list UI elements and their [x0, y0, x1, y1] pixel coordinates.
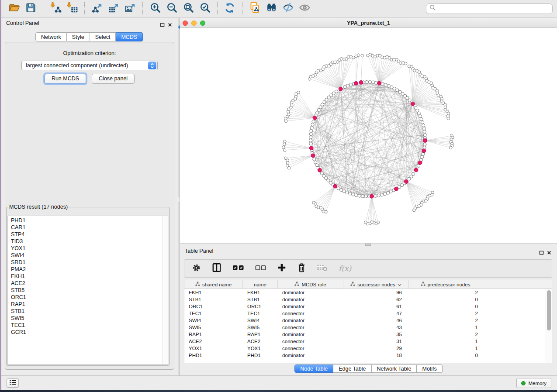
show-columns-button[interactable] [212, 263, 221, 274]
result-node[interactable]: TID3 [8, 238, 162, 245]
result-node[interactable]: CAR1 [8, 224, 162, 231]
table-row[interactable]: ACE2ACE2connector311 [184, 338, 546, 345]
tab-network[interactable]: Network [35, 32, 67, 41]
network-graph[interactable] [180, 28, 557, 244]
export-image-button[interactable] [123, 2, 138, 16]
result-node[interactable]: YOX1 [8, 245, 162, 252]
table-row[interactable]: RAP1RAP1dominator352 [184, 331, 546, 338]
deselect-all-icon [255, 265, 266, 273]
tab-network-table[interactable]: Network Table [372, 364, 417, 373]
delete-row-button[interactable] [298, 263, 306, 274]
mcds-result-list[interactable]: PHD1CAR1STP4TID3YOX1SWI4SRD1PMA2FKH1ACE2… [7, 216, 168, 364]
close-panel-icon[interactable] [547, 249, 551, 257]
export-table-icon [108, 2, 120, 15]
tab-node-table[interactable]: Node Table [294, 364, 333, 373]
control-panel-tabs: NetworkStyleSelectMCDS [35, 32, 143, 41]
table-scrollbar-thumb[interactable] [547, 290, 551, 330]
result-node[interactable]: SWI5 [8, 315, 162, 322]
tab-select[interactable]: Select [90, 32, 116, 41]
show-panels-button[interactable] [7, 378, 19, 388]
export-table-button[interactable] [106, 2, 121, 16]
select-all-button[interactable] [232, 264, 244, 273]
column-header-predecessor-nodes[interactable]: predecessor nodes [409, 280, 482, 289]
result-node[interactable]: SRD1 [8, 259, 162, 266]
close-panel-icon[interactable] [168, 21, 172, 29]
tab-style[interactable]: Style [67, 32, 90, 41]
save-session-button[interactable] [23, 2, 38, 16]
network-search-field[interactable] [426, 3, 553, 14]
memory-button[interactable]: Memory [516, 378, 551, 388]
close-panel-button[interactable]: Close panel [92, 74, 135, 84]
import-network-button[interactable] [48, 2, 63, 16]
zoom-fit-icon [183, 2, 194, 15]
result-node[interactable]: FKH1 [8, 273, 162, 280]
table-row[interactable]: SWI4SWI4dominator462 [184, 317, 546, 324]
deselect-all-button[interactable] [255, 265, 266, 273]
table-row[interactable]: TEC1TEC1connector472 [184, 310, 546, 317]
column-header-shared-name[interactable]: shared name [184, 280, 243, 289]
copy-network-icon [249, 2, 261, 15]
float-panel-icon[interactable] [160, 21, 165, 29]
cell-successor-nodes: 18 [343, 352, 409, 359]
export-network-button[interactable] [90, 2, 104, 16]
run-mcds-button[interactable]: Run MCDS [45, 74, 86, 84]
float-panel-icon[interactable] [539, 249, 544, 257]
import-table-icon [66, 2, 78, 15]
table-row[interactable]: ORC1ORC1dominator610 [184, 303, 546, 310]
open-session-button[interactable] [7, 2, 21, 16]
zoom-out-button[interactable] [164, 2, 179, 16]
import-table-button[interactable] [65, 2, 80, 16]
result-node[interactable]: PHD1 [8, 217, 162, 224]
result-node[interactable]: TEC1 [8, 322, 162, 329]
main-area: Control Panel NetworkStyleSelectMCDS Opt… [1, 18, 557, 375]
settings-gear-icon [192, 263, 201, 274]
zoom-fit-button[interactable] [181, 2, 196, 16]
right-area: YPA_prune.txt_1 Table Panel f(x) sha [180, 18, 557, 375]
result-node[interactable]: ORC1 [8, 294, 162, 301]
result-node[interactable]: RAP1 [8, 301, 162, 308]
import-network-icon [50, 2, 62, 15]
tab-edge-table[interactable]: Edge Table [333, 364, 371, 373]
table-row[interactable]: YOX1YOX1connector291 [184, 345, 546, 352]
cell-MCDS-role: dominator [278, 331, 343, 338]
column-header-MCDS-role[interactable]: MCDS role [278, 280, 343, 289]
cell-MCDS-role: dominator [278, 289, 343, 296]
table-scrollbar[interactable] [546, 289, 552, 363]
add-row-button[interactable] [277, 263, 287, 274]
network-view-window: YPA_prune.txt_1 [180, 18, 557, 244]
zoom-in-button[interactable] [148, 2, 163, 16]
search-input[interactable] [438, 4, 549, 13]
column-type-icon [350, 282, 355, 287]
cell-name: STB1 [243, 296, 278, 303]
result-node[interactable]: STB5 [8, 287, 162, 294]
column-header-name[interactable]: name [243, 280, 278, 289]
search-network-button[interactable] [264, 2, 279, 16]
table-row[interactable]: STB1STB1dominator620 [184, 296, 546, 303]
tab-mcds[interactable]: MCDS [116, 32, 143, 41]
mcds-result-scrollbar[interactable] [162, 216, 168, 364]
search-network-icon [265, 1, 278, 16]
criterion-select[interactable]: largest connected component (undirected) [21, 61, 158, 70]
network-canvas[interactable] [180, 28, 557, 244]
cell-MCDS-role: dominator [278, 352, 343, 359]
tab-motifs[interactable]: Motifs [417, 364, 442, 373]
select-stepper-icon [148, 62, 156, 69]
result-node[interactable]: STP4 [8, 231, 162, 238]
result-node[interactable]: GCR1 [8, 329, 162, 336]
copy-network-button[interactable] [247, 2, 262, 16]
result-node[interactable]: ACE2 [8, 280, 162, 287]
result-node[interactable]: PMA2 [8, 266, 162, 273]
zoom-selected-button[interactable] [197, 2, 212, 16]
settings-gear-button[interactable] [192, 263, 201, 274]
show-graphics-details-icon [282, 1, 294, 16]
result-node[interactable]: SWI4 [8, 252, 162, 259]
show-graphics-details-button[interactable] [280, 2, 295, 16]
table-row[interactable]: SWI5SWI5connector431 [184, 324, 546, 331]
result-node[interactable]: STB1 [8, 308, 162, 315]
column-header-successor-nodes[interactable]: successor nodes [343, 280, 409, 289]
memory-label: Memory [528, 381, 547, 386]
toolbar-separator [242, 2, 242, 15]
refresh-button[interactable] [222, 2, 237, 16]
table-row[interactable]: PHD1PHD1dominator180 [184, 352, 546, 359]
table-row[interactable]: FKH1FKH1dominator962 [184, 289, 546, 296]
